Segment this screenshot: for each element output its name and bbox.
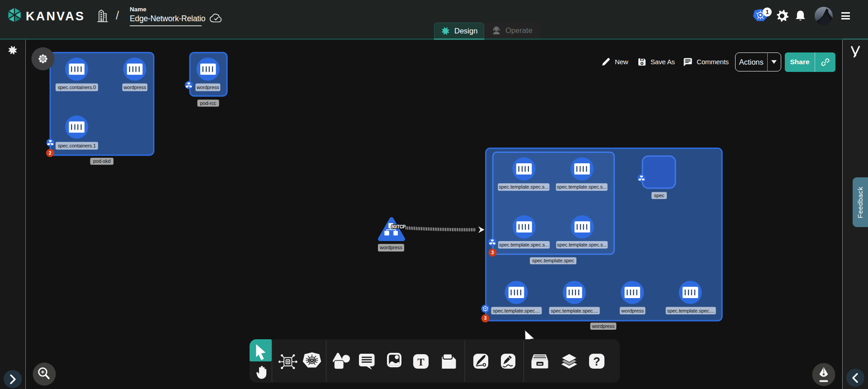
svg-text:T: T [417,356,424,368]
svg-text:spec.containers.1: spec.containers.1 [58,143,96,148]
svg-text:spec.template.spec.s...: spec.template.spec.s... [499,242,549,247]
svg-text:wordpress: wordpress [621,308,644,313]
svg-text:wordpress: wordpress [196,85,219,90]
svg-text:pod-rcc: pod-rcc [200,100,217,106]
svg-text:spec.template.spec....: spec.template.spec.... [493,308,540,313]
svg-text:3: 3 [491,250,494,255]
svg-text:spec.template.spec: spec.template.spec [532,258,575,263]
svg-text:2: 2 [49,151,52,156]
svg-text:spec.template.spec....: spec.template.spec.... [667,308,715,313]
svg-text:80/TCP: 80/TCP [391,224,406,229]
svg-text:spec.template.spec.s...: spec.template.spec.s... [557,184,607,190]
svg-text:spec.containers.0: spec.containers.0 [58,85,96,90]
svg-text:spec.template.spec.s...: spec.template.spec.s... [557,242,607,247]
svg-text:3: 3 [484,316,487,321]
svg-text:spec.template.spec....: spec.template.spec.... [551,308,598,313]
svg-text:spec.template.spec.s...: spec.template.spec.s... [499,184,548,190]
svg-text:wordpress: wordpress [123,85,146,90]
svg-text:wordpress: wordpress [591,323,614,329]
svg-text:?: ? [593,355,600,368]
svg-text:spec: spec [654,193,665,198]
svg-text:pod-skd: pod-skd [93,158,110,164]
svg-text:wordpress: wordpress [379,245,402,250]
